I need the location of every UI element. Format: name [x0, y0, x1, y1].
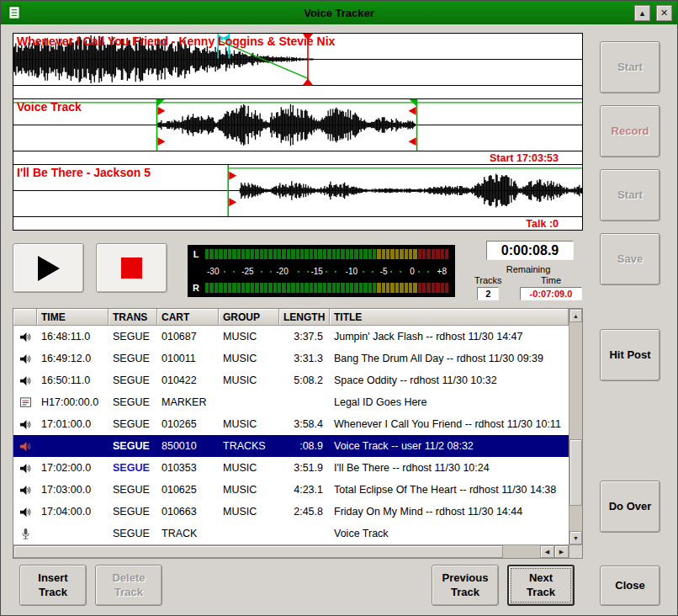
table-row[interactable]: 17:04:00.0SEGUE010663MUSIC2:45.8Friday O… [13, 501, 569, 523]
waveform-track2 [13, 99, 582, 151]
table-row[interactable]: SEGUETRACKVoice Track [13, 523, 569, 544]
track-panel: Voice Track [13, 98, 582, 164]
remaining-panel: Remaining Tracks 2 Time -0:07:09.0 [474, 264, 582, 300]
cell-title: Friday On My Mind -- rdhost 11/30 14:44 [330, 506, 569, 518]
header-cart[interactable]: CART [157, 309, 219, 326]
table-row[interactable]: SEGUE850010TRACKS:08.9Voice Track -- use… [13, 435, 569, 457]
meter-right-bar [205, 283, 448, 293]
track-title: Voice Track [17, 100, 82, 114]
shade-icon[interactable]: ▴ [634, 5, 650, 21]
cell-title: Jumpin' Jack Flash -- rdhost 11/30 14:47 [330, 331, 569, 343]
close-icon[interactable]: ✕ [656, 5, 672, 21]
scroll-down-icon[interactable]: ▼ [569, 531, 582, 544]
cell-group: TRACKS [219, 440, 279, 452]
close-button[interactable]: Close [600, 566, 660, 606]
speaker-icon [13, 353, 37, 365]
cell-time: 17:01:00.0 [37, 418, 109, 430]
cell-trans: SEGUE [109, 374, 157, 386]
table-row[interactable]: 17:02:00.0SEGUE010353MUSIC3:51.9I'll Be … [13, 457, 569, 479]
scroll-right-icon[interactable]: ▶ [554, 545, 569, 558]
remaining-time-label: Time [541, 275, 561, 285]
vertical-scroll-trough[interactable] [569, 322, 582, 531]
cell-trans: SEGUE [109, 331, 157, 343]
record-button[interactable]: Record [600, 105, 660, 157]
play-button[interactable] [13, 243, 84, 293]
previous-track-button[interactable]: Previous Track [432, 565, 499, 606]
annotation-strip: Talk :0 [13, 217, 582, 230]
waveform-area-track1[interactable]: Whenever I Call You Friend - Kenny Loggi… [13, 34, 582, 86]
header-trans[interactable]: TRANS [109, 309, 157, 326]
remaining-tracks-value: 2 [477, 287, 499, 300]
titlebar[interactable]: Voice Tracker ▴ ✕ [1, 1, 677, 24]
cell-group: MUSIC [219, 484, 279, 496]
table-row[interactable]: 16:50:11.0SEGUE010422MUSIC5:08.2Space Od… [13, 369, 569, 391]
header-icon-column[interactable] [13, 309, 37, 326]
track-panel: I'll Be There - Jackson 5 Talk :0 [13, 164, 582, 230]
meter-left-bar [205, 249, 448, 259]
start1-button[interactable]: Start [600, 41, 660, 93]
cell-title: Whenever I Call You Friend -- rdhost 11/… [330, 418, 569, 430]
cell-trans: SEGUE [109, 396, 157, 408]
track-list-body: 16:48:11.0SEGUE010687MUSIC3:37.5Jumpin' … [13, 326, 569, 544]
speaker-icon [13, 484, 37, 497]
cell-cart: 010663 [157, 506, 219, 518]
waveform-area-track2[interactable]: Voice Track [13, 99, 582, 151]
annotation-strip: Start 17:03:53 [13, 151, 582, 164]
table-row[interactable]: 16:49:12.0SEGUE010011MUSIC3:31.3Bang The… [13, 348, 569, 369]
hit-post-button[interactable]: Hit Post [600, 329, 660, 381]
cell-title: Voice Track [330, 528, 569, 539]
start2-button[interactable]: Start [600, 169, 660, 221]
annotation-strip [13, 86, 582, 98]
scroll-up-icon[interactable]: ▲ [569, 309, 582, 322]
speaker-icon [13, 331, 37, 343]
cell-trans: SEGUE [109, 353, 157, 364]
cell-group: MUSIC [219, 353, 279, 364]
table-row[interactable]: H17:00:00.0SEGUEMARKERLegal ID Goes Here [13, 391, 569, 413]
speaker-icon [13, 374, 37, 387]
mic-icon [13, 528, 37, 540]
cell-title: I'll Be There -- rdhost 11/30 10:24 [330, 462, 569, 474]
scroll-left-icon[interactable]: ◀ [540, 545, 554, 558]
table-row[interactable]: 16:48:11.0SEGUE010687MUSIC3:37.5Jumpin' … [13, 326, 569, 348]
horizontal-scrollbar[interactable]: ◀ ▶ [13, 544, 569, 558]
horizontal-scroll-thumb[interactable] [13, 545, 503, 558]
cell-title: Total Eclipse Of The Heart -- rdhost 11/… [330, 484, 569, 496]
next-track-button[interactable]: Next Track [507, 565, 575, 606]
track-title: Whenever I Call You Friend - Kenny Loggi… [17, 35, 335, 48]
header-title[interactable]: TITLE [330, 309, 569, 326]
cell-cart: 010011 [157, 353, 219, 364]
meter-right-label: R [192, 283, 200, 293]
save-button[interactable]: Save [600, 233, 660, 285]
cell-cart: MARKER [157, 396, 219, 408]
table-row[interactable]: 17:01:00.0SEGUE010265MUSIC3:58.4Whenever… [13, 413, 569, 435]
track-annotation: Start 17:03:53 [490, 152, 559, 164]
do-over-button[interactable]: Do Over [600, 481, 660, 533]
vertical-scrollbar[interactable]: ▲ ▼ [569, 309, 582, 544]
cell-time: 16:50:11.0 [37, 374, 109, 386]
cell-length: 3:37.5 [279, 331, 330, 343]
speaker-icon [13, 418, 37, 431]
cell-trans: SEGUE [109, 484, 157, 496]
insert-track-button[interactable]: Insert Track [19, 565, 87, 606]
cell-time: H17:00:00.0 [37, 396, 109, 408]
cell-group: MUSIC [219, 506, 279, 518]
cell-length: 3:31.3 [279, 353, 330, 364]
cell-cart: 010687 [157, 331, 219, 343]
cell-time: 17:02:00.0 [37, 462, 109, 474]
cell-length: 5:08.2 [279, 374, 330, 386]
vertical-scroll-thumb[interactable] [569, 439, 582, 506]
stop-button[interactable] [96, 243, 167, 293]
table-row[interactable]: 17:03:00.0SEGUE010625MUSIC4:23.1Total Ec… [13, 479, 569, 501]
horizontal-scroll-trough[interactable] [13, 545, 540, 558]
waveform-area-track3[interactable]: I'll Be There - Jackson 5 [13, 165, 582, 217]
voice-tracker-window: Voice Tracker ▴ ✕ Whenever I Call You Fr… [0, 0, 678, 616]
stop-icon [121, 258, 142, 279]
delete-track-button[interactable]: Delete Track [95, 565, 162, 606]
cell-time: 17:03:00.0 [37, 484, 109, 496]
start-markers[interactable] [229, 172, 236, 206]
cell-length: :08.9 [279, 440, 330, 452]
cell-group: MUSIC [219, 418, 279, 430]
header-time[interactable]: TIME [37, 309, 109, 326]
header-length[interactable]: LENGTH [279, 309, 330, 326]
header-group[interactable]: GROUP [219, 309, 279, 326]
